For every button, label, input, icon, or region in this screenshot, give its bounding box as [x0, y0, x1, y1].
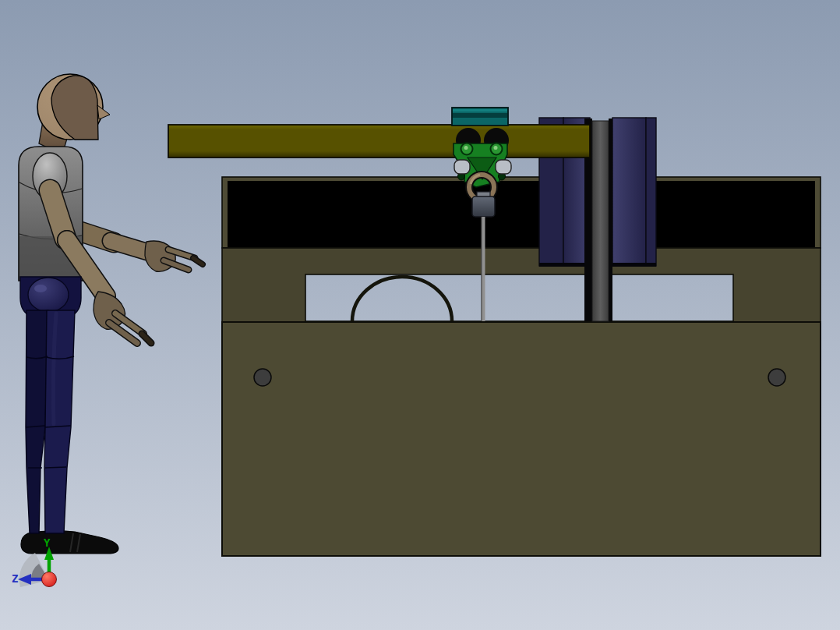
hoist-cable-edge [481, 217, 482, 321]
beam-body [168, 125, 590, 158]
front-apron[interactable] [222, 322, 821, 556]
cad-viewport: Y Z [0, 0, 840, 630]
column-strip-right [609, 119, 612, 321]
opening-cutout [305, 274, 733, 321]
z-axis-label: Z [12, 572, 18, 585]
bolt-hole-left[interactable] [254, 369, 271, 386]
bolt-hole-right[interactable] [768, 369, 785, 386]
clamp-top-edge [453, 109, 507, 111]
clamp-band [453, 113, 507, 118]
y-axis-label: Y [44, 536, 51, 549]
trolley-bolt-right-center [494, 146, 498, 150]
guide-roller-right [496, 160, 511, 174]
calf-line-front [45, 467, 66, 468]
column-shaft [592, 121, 609, 321]
tower-panel-4 [646, 118, 656, 266]
tower-panel-3 [612, 118, 646, 266]
guide-roller-left [454, 160, 470, 174]
hip-highlight [34, 285, 47, 292]
hip-joint [28, 278, 69, 312]
beam-clamp[interactable] [452, 108, 508, 126]
trolley-bolt-left-center [464, 146, 468, 150]
origin-sphere [42, 572, 57, 587]
machine-body[interactable] [222, 177, 821, 556]
lifting-block[interactable] [472, 196, 495, 217]
model-scene: Y Z [0, 0, 840, 630]
hoist-cable[interactable] [482, 217, 485, 321]
overhead-beam[interactable] [168, 125, 590, 158]
display-window[interactable] [228, 181, 815, 247]
